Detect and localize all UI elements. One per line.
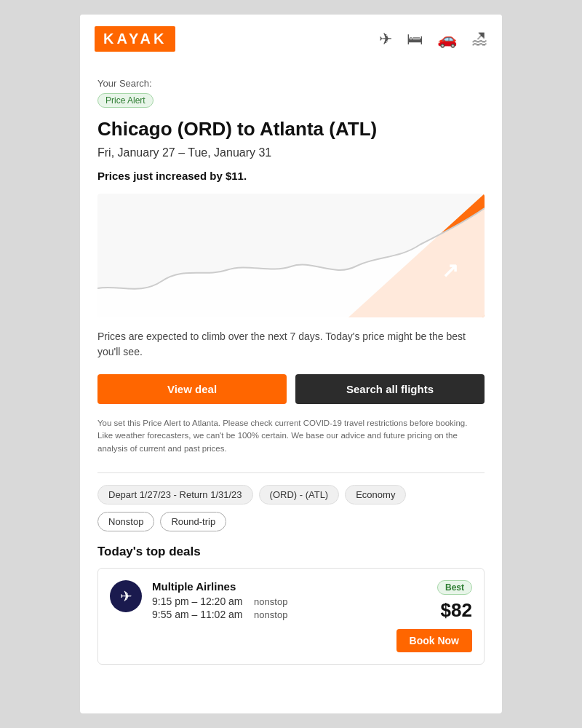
deal-header: ✈ Multiple Airlines 9:15 pm – 12:20 am n…: [110, 580, 472, 652]
svg-text:↗: ↗: [442, 259, 458, 282]
your-search-label: Your Search:: [97, 78, 485, 89]
book-now-button[interactable]: Book Now: [396, 629, 472, 652]
filter-toggle-row: Nonstop Round-trip: [97, 512, 485, 531]
price-note: Prices are expected to climb over the ne…: [97, 329, 485, 360]
view-deal-button[interactable]: View deal: [97, 374, 287, 404]
main-content: Your Search: Price Alert Chicago (ORD) t…: [80, 63, 502, 679]
filter-tags-row: Depart 1/27/23 - Return 1/31/23 (ORD) - …: [97, 485, 485, 505]
flight-time-return: 9:55 am – 11:02 am nonstop: [152, 609, 287, 620]
car-icon[interactable]: 🚗: [437, 30, 457, 49]
deal-right: Best $82 Book Now: [396, 580, 472, 652]
airline-logo-icon: ✈: [120, 587, 132, 605]
airline-details: Multiple Airlines 9:15 pm – 12:20 am non…: [152, 580, 287, 622]
header: KAYAK ✈ 🛏 🚗 🏖: [80, 15, 502, 63]
route-title: Chicago (ORD) to Atlanta (ATL): [97, 118, 485, 141]
email-container: KAYAK ✈ 🛏 🚗 🏖 Your Search: Price Alert C…: [80, 15, 502, 713]
flight-time-outbound: 9:15 pm – 12:20 am nonstop: [152, 596, 287, 607]
hotel-icon[interactable]: 🛏: [407, 30, 423, 49]
deal-left: ✈ Multiple Airlines 9:15 pm – 12:20 am n…: [110, 580, 287, 622]
filter-tag-dates[interactable]: Depart 1/27/23 - Return 1/31/23: [97, 485, 253, 505]
filter-tag-route[interactable]: (ORD) - (ATL): [259, 485, 340, 505]
deal-card: ✈ Multiple Airlines 9:15 pm – 12:20 am n…: [97, 568, 485, 665]
search-all-flights-button[interactable]: Search all flights: [295, 374, 485, 404]
disclaimer-text: You set this Price Alert to Atlanta. Ple…: [97, 417, 485, 455]
section-divider: [97, 472, 485, 473]
airline-logo: ✈: [110, 580, 142, 612]
action-buttons: View deal Search all flights: [97, 374, 485, 404]
airline-name: Multiple Airlines: [152, 580, 287, 593]
deal-price: $82: [441, 599, 472, 622]
filter-roundtrip[interactable]: Round-trip: [160, 512, 226, 531]
vacation-icon[interactable]: 🏖: [471, 30, 487, 49]
date-range: Fri, January 27 – Tue, January 31: [97, 146, 485, 159]
price-change-text: Prices just increased by $11.: [97, 170, 485, 182]
filter-tag-class[interactable]: Economy: [345, 485, 406, 505]
chart-svg: ↗: [97, 194, 485, 317]
price-chart: ↗: [97, 194, 485, 317]
nav-icons-bar: ✈ 🛏 🚗 🏖: [379, 30, 487, 49]
filter-nonstop[interactable]: Nonstop: [97, 512, 154, 531]
kayak-logo[interactable]: KAYAK: [95, 26, 175, 52]
price-alert-badge: Price Alert: [97, 93, 154, 108]
best-badge: Best: [437, 580, 472, 595]
top-deals-title: Today's top deals: [97, 545, 485, 559]
flight-icon[interactable]: ✈: [379, 30, 392, 49]
